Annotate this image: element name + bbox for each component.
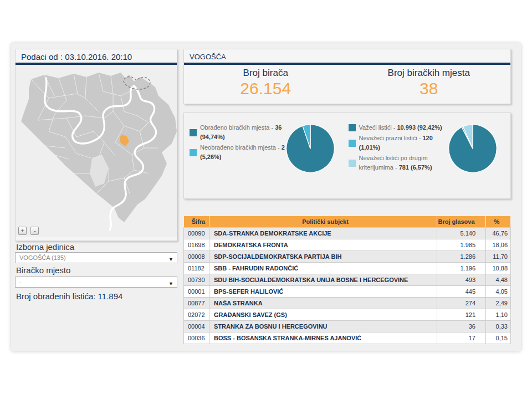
chevron-down-icon: ▼ (168, 254, 173, 264)
legend-item: Nevažeći prazni listići - 120 (1,01%) (349, 134, 447, 152)
table-row: 00730 SDU BIH-SOCIJALDEMOKRATSKA UNIJA B… (184, 274, 511, 286)
legend-label: Važeći listići - 10.993 (92,42%) (359, 123, 442, 132)
party-percent: 4,05 (486, 286, 511, 298)
header-code: Šifra (184, 216, 209, 228)
municipality-title: VOGOŠĆA (184, 49, 510, 65)
table-row: 00036 BOSS - BOSANSKA STRANKA-MIRNES AJA… (184, 332, 511, 344)
party-percent: 46,76 (486, 228, 511, 239)
party-percent: 0,33 (486, 321, 511, 332)
bosnia-map (16, 65, 177, 237)
stat-voters-label: Broj birača (184, 68, 347, 79)
party-name: BOSS - BOSANSKA STRANKA-MIRNES AJANOVIĆ (209, 332, 437, 344)
legend-item: Neobrađeno biračkih mjesta - 2 (5,26%) (190, 143, 285, 162)
biracko-mjesto-value: - (19, 279, 22, 285)
map-zoom-out-button[interactable]: - (30, 227, 39, 235)
party-votes: 445 (437, 286, 486, 298)
header-percent: % (486, 216, 511, 228)
party-percent: 18,06 (486, 239, 511, 251)
party-name: STRANKA ZA BOSNU I HERCEGOVINU (209, 321, 437, 332)
legend-swatch-icon (190, 129, 197, 136)
results-table: Šifra Politički subjekt Broj glasova % 0… (183, 216, 511, 344)
legend-label: Nevažeći listići po drugim kriterijumima… (359, 154, 447, 172)
table-row: 00090 SDA-STRANKA DEMOKRATSKE AKCIJE 5.1… (184, 228, 511, 239)
party-percent: 4,48 (486, 274, 511, 286)
pie-legend: Važeći listići - 10.993 (92,42%)Nevažeći… (349, 119, 447, 173)
izborna-jedinica-value: VOGOŠĆA (135) (19, 254, 66, 261)
party-name: NAŠA STRANKA (209, 298, 437, 309)
page: Podaci od : 03.10.2016. 20:10 (0, 0, 532, 399)
izborna-jedinica-label: Izborna jedinica (16, 242, 74, 252)
party-code: 00090 (184, 228, 209, 239)
party-percent: 11,70 (486, 251, 511, 263)
stat-voters: Broj birača 26.154 (184, 68, 347, 98)
charts-card: Obrađeno biračkih mjesta - 36 (94,74%)Ne… (183, 112, 511, 199)
chart-polling-stations: Obrađeno biračkih mjesta - 36 (94,74%)Ne… (190, 119, 349, 195)
legend-item: Važeći listići - 10.993 (92,42%) (349, 123, 447, 132)
party-votes: 121 (437, 309, 486, 321)
party-votes: 493 (437, 274, 486, 286)
chevron-down-icon: ▼ (168, 279, 173, 289)
legend-label: Obrađeno biračkih mjesta - 36 (94,74%) (200, 123, 285, 142)
pie-chart (285, 123, 336, 174)
table-header-row: Šifra Politički subjekt Broj glasova % (184, 216, 511, 228)
legend-label: Neobrađeno biračkih mjesta - 2 (5,26%) (200, 143, 285, 162)
party-name: SDA-STRANKA DEMOKRATSKE AKCIJE (209, 228, 437, 239)
party-votes: 1.286 (437, 251, 486, 263)
stat-polling-stations-value: 38 (347, 79, 511, 98)
party-votes: 36 (437, 321, 486, 332)
table-row: 01698 DEMOKRATSKA FRONTA 1.985 18,06 (184, 239, 511, 251)
party-name: GRAĐANSKI SAVEZ (GS) (209, 309, 437, 321)
party-percent: 10,88 (486, 263, 511, 274)
stat-polling-stations: Broj biračkih mjesta 38 (347, 68, 511, 98)
pie-legend: Obrađeno biračkih mjesta - 36 (94,74%)Ne… (190, 119, 285, 163)
table-row: 00004 STRANKA ZA BOSNU I HERCEGOVINU 36 … (184, 321, 511, 332)
main-panel: Podaci od : 03.10.2016. 20:10 (11, 43, 521, 351)
chart-ballots: Važeći listići - 10.993 (92,42%)Nevažeći… (349, 119, 508, 195)
legend-item: Obrađeno biračkih mjesta - 36 (94,74%) (190, 123, 285, 142)
party-name: SDP-SOCIJALDEMOKRATSKA PARTIJA BIH (209, 251, 437, 263)
party-votes: 1.196 (437, 263, 486, 274)
processed-ballots-text: Broj obrađenih listića: 11.894 (16, 291, 122, 301)
map-zoom-in-button[interactable]: + (18, 227, 27, 235)
party-name: BPS-SEFER HALILOVIĆ (209, 286, 437, 298)
legend-label: Nevažeći prazni listići - 120 (1,01%) (359, 134, 447, 152)
party-code: 00877 (184, 298, 209, 309)
legend-item: Nevažeći listići po drugim kriterijumima… (349, 154, 447, 172)
party-code: 02072 (184, 309, 209, 321)
biracko-mjesto-label: Biračko mjesto (16, 265, 70, 275)
legend-swatch-icon (349, 124, 356, 131)
party-code: 01698 (184, 239, 209, 251)
header-votes: Broj glasova (437, 216, 486, 228)
party-code: 00008 (184, 251, 209, 263)
party-percent: 2,49 (486, 298, 511, 309)
pie-chart (447, 123, 498, 174)
stat-voters-value: 26.154 (184, 79, 347, 98)
legend-swatch-icon (349, 140, 356, 147)
party-percent: 1,10 (486, 309, 511, 321)
legend-swatch-icon (190, 149, 197, 156)
party-votes: 17 (437, 332, 486, 344)
data-timestamp: Podaci od : 03.10.2016. 20:10 (16, 49, 177, 65)
table-row: 00008 SDP-SOCIJALDEMOKRATSKA PARTIJA BIH… (184, 251, 511, 263)
party-code: 00004 (184, 321, 209, 332)
party-code: 00036 (184, 332, 209, 344)
header-party: Politički subjekt (209, 216, 437, 228)
map-canvas[interactable]: + - (16, 65, 177, 237)
party-code: 00001 (184, 286, 209, 298)
party-votes: 1.985 (437, 239, 486, 251)
table-row: 00877 NAŠA STRANKA 274 2,49 (184, 298, 511, 309)
data-timestamp-card: Podaci od : 03.10.2016. 20:10 (15, 49, 177, 241)
municipality-card: VOGOŠĆA Broj birača 26.154 Broj biračkih… (183, 49, 511, 104)
party-votes: 274 (437, 298, 486, 309)
biracko-mjesto-select[interactable]: - ▼ (15, 277, 177, 288)
stat-polling-stations-label: Broj biračkih mjesta (347, 68, 511, 79)
izborna-jedinica-select[interactable]: VOGOŠĆA (135) ▼ (15, 252, 177, 263)
legend-swatch-icon (349, 160, 356, 167)
table-row: 00001 BPS-SEFER HALILOVIĆ 445 4,05 (184, 286, 511, 298)
party-name: SDU BIH-SOCIJALDEMOKRATSKA UNIJA BOSNE I… (209, 274, 437, 286)
party-votes: 5.140 (437, 228, 486, 239)
party-name: SBB - FAHRUDIN RADONČIĆ (209, 263, 437, 274)
party-name: DEMOKRATSKA FRONTA (209, 239, 437, 251)
table-row: 02072 GRAĐANSKI SAVEZ (GS) 121 1,10 (184, 309, 511, 321)
table-row: 01182 SBB - FAHRUDIN RADONČIĆ 1.196 10,8… (184, 263, 511, 274)
